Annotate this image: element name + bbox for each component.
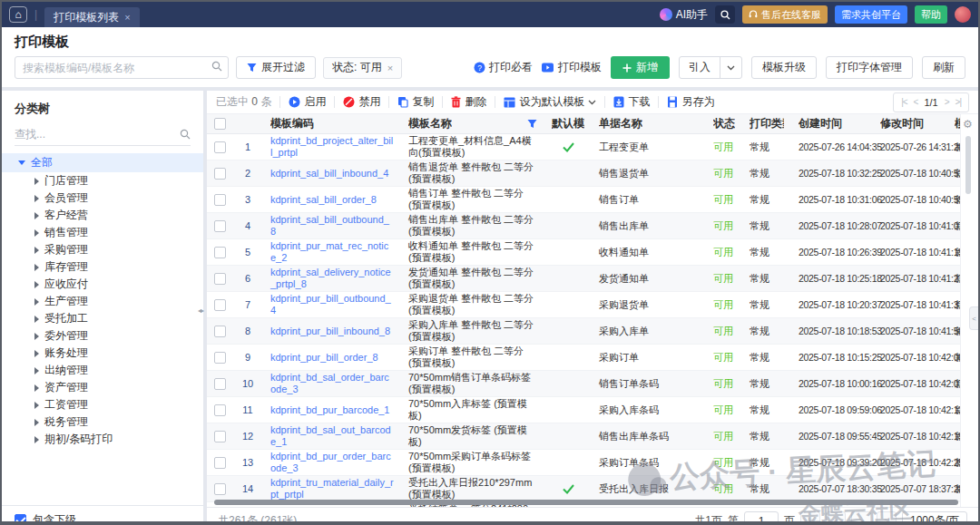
save-as-button[interactable]: 另存为 (667, 94, 714, 110)
tree-search-input[interactable] (15, 124, 169, 144)
last-page-icon[interactable]: >| (956, 97, 961, 107)
tab-print-template-list[interactable]: 打印模板列表 × (44, 7, 139, 27)
tree-item-4[interactable]: 销售管理 (2, 224, 203, 241)
print-template-video-link[interactable]: 打印模板 (542, 60, 602, 75)
print-font-mgmt-button[interactable]: 打印字体管理 (826, 56, 913, 79)
column-header-创建时间[interactable]: 创建时间 (791, 114, 873, 133)
column-header-模板编码[interactable]: 模板编码 (263, 114, 401, 133)
table-row[interactable]: 14kdprint_tru_material_daily_rpt_prtpl受托… (207, 476, 960, 502)
disable-button[interactable]: 禁用 (343, 94, 380, 110)
row-checkbox[interactable] (214, 273, 226, 285)
tree-item-6[interactable]: 库存管理 (2, 258, 203, 276)
template-code-link[interactable]: kdprint_pur_mat_rec_notice_2 (270, 240, 388, 263)
table-row[interactable]: 11kdprint_bd_pur_barcode_170*50mm入库标签 (预… (207, 397, 960, 423)
table-row[interactable]: 5kdprint_pur_mat_rec_notice_2收料通知单 整件散包 … (207, 239, 960, 266)
table-row[interactable]: 7kdprint_pur_bill_outbound_4采购退货单 整件散包 二… (207, 292, 960, 318)
chip-close-icon[interactable]: × (387, 63, 393, 73)
row-checkbox[interactable] (214, 431, 226, 442)
tree-item-all[interactable]: 全部 (2, 153, 203, 172)
delete-button[interactable]: 删除 (451, 94, 486, 110)
tree-item-14[interactable]: 工资管理 (2, 396, 203, 413)
table-row[interactable]: 8kdprint_pur_bill_inbound_8采购入库单 整件散包 二等… (207, 318, 960, 345)
add-button[interactable]: 新增 (611, 56, 670, 79)
column-settings-gear-icon[interactable]: ⚙ (963, 118, 973, 131)
row-checkbox[interactable] (214, 299, 226, 311)
caret-right-icon[interactable] (34, 384, 39, 392)
row-checkbox[interactable] (214, 194, 226, 206)
tree-item-5[interactable]: 采购管理 (2, 241, 203, 258)
tree-item-11[interactable]: 账务处理 (2, 345, 203, 362)
caret-right-icon[interactable] (34, 229, 39, 237)
import-dropdown-button[interactable] (720, 57, 741, 78)
column-header-模板名称[interactable]: 模板名称 (401, 114, 544, 133)
enable-button[interactable]: 启用 (289, 94, 326, 110)
caret-right-icon[interactable] (34, 316, 39, 323)
after-sales-service-button[interactable]: 售后在线客服 (742, 5, 828, 24)
table-row[interactable]: 12kdprint_bd_sal_out_barcode_170*50mm发货标… (207, 423, 960, 450)
template-search-input[interactable] (15, 56, 229, 79)
column-header-模板来源[interactable]: 模板来源 (947, 114, 960, 133)
include-sub-checkbox[interactable] (15, 514, 26, 525)
tree-item-7[interactable]: 应收应付 (2, 276, 203, 293)
right-panel-collapse-handle[interactable]: < (969, 306, 978, 330)
tab-close-icon[interactable]: × (124, 12, 130, 23)
template-code-link[interactable]: kdprint_pur_bill_outbound_4 (270, 293, 391, 316)
prev-page-button[interactable]: < (826, 511, 846, 525)
row-checkbox[interactable] (214, 168, 226, 180)
table-row[interactable]: 10kdprint_bd_sal_order_barcode_370*50mm销… (207, 371, 960, 397)
help-button[interactable]: 帮助 (915, 5, 947, 24)
template-code-link[interactable]: kdprint_bd_pur_barcode_1 (270, 404, 390, 415)
template-code-link[interactable]: kdprint_bd_sal_order_barcode_3 (270, 372, 389, 394)
user-avatar[interactable] (955, 6, 971, 23)
table-row[interactable]: 3kdprint_sal_bill_order_8销售订单 整件散包 二等分 (… (207, 187, 960, 213)
column-header-默认模板[interactable]: 默认模板 (544, 114, 592, 133)
first-page-button[interactable]: |< (800, 511, 820, 525)
template-code-link[interactable]: kdprint_pur_bill_order_8 (270, 352, 378, 363)
vertical-scrollbar[interactable] (965, 136, 971, 194)
page-number-input[interactable] (744, 511, 779, 525)
next-page-icon[interactable]: > (945, 97, 949, 107)
tree-item-13[interactable]: 资产管理 (2, 379, 203, 396)
caret-right-icon[interactable] (34, 178, 39, 185)
template-upgrade-button[interactable]: 模板升级 (751, 56, 817, 79)
tree-item-15[interactable]: 税务管理 (2, 413, 203, 431)
row-checkbox[interactable] (214, 247, 226, 258)
table-row[interactable]: 6kdprint_sal_delivery_notice_prtpl_8发货通知… (207, 266, 960, 292)
template-code-link[interactable]: kdprint_sal_bill_order_8 (270, 194, 377, 205)
row-checkbox[interactable] (214, 220, 226, 232)
table-row[interactable]: 13kdprint_bd_pur_order_barcode_370*50mm采… (207, 450, 960, 476)
column-header-状态[interactable]: 状态 (706, 114, 742, 133)
last-page-button[interactable]: >| (877, 511, 897, 525)
tree-item-8[interactable]: 生产管理 (2, 293, 203, 310)
next-page-button[interactable]: > (851, 511, 871, 525)
template-code-link[interactable]: kdprint_tru_material_daily_rpt_prtpl (270, 477, 394, 500)
row-checkbox[interactable] (214, 326, 226, 337)
column-header-单据名称[interactable]: 单据名称 (592, 114, 706, 133)
template-code-link[interactable]: kdprint_sal_bill_outbound_8 (270, 214, 389, 237)
tree-item-2[interactable]: 会员管理 (2, 190, 203, 207)
global-search-button[interactable] (715, 5, 735, 24)
splitter-arrows-icon[interactable]: ◂▸ (198, 306, 203, 315)
prev-page-icon[interactable]: < (914, 97, 918, 107)
caret-right-icon[interactable] (34, 350, 39, 357)
row-checkbox[interactable] (214, 141, 226, 153)
caret-right-icon[interactable] (34, 264, 39, 271)
caret-down-icon[interactable] (18, 160, 25, 165)
first-page-icon[interactable]: |< (901, 97, 906, 107)
row-checkbox[interactable] (214, 404, 226, 416)
caret-right-icon[interactable] (34, 247, 39, 254)
refresh-button[interactable]: 刷新 (922, 56, 965, 79)
template-code-link[interactable]: kdprint_sal_bill_inbound_4 (270, 168, 388, 179)
caret-right-icon[interactable] (34, 212, 39, 219)
table-row[interactable]: 2kdprint_sal_bill_inbound_4销售退货单 整件散包 二等… (207, 160, 960, 187)
template-code-link[interactable]: kdprint_bd_project_alter_bill_prtpl (270, 135, 393, 158)
demand-platform-button[interactable]: 需求共创平台 (835, 5, 907, 24)
horizontal-scrollbar[interactable] (214, 500, 958, 505)
set-default-button[interactable]: 设为默认模板 (504, 94, 596, 110)
import-button[interactable]: 引入 (680, 57, 720, 78)
select-all-checkbox[interactable] (214, 118, 226, 130)
template-code-link[interactable]: kdprint_bd_pur_order_barcode_3 (270, 451, 391, 473)
caret-right-icon[interactable] (34, 298, 39, 306)
tree-item-16[interactable]: 期初/条码打印 (2, 431, 203, 448)
column-header-打印类型[interactable]: 打印类型 (742, 114, 791, 133)
